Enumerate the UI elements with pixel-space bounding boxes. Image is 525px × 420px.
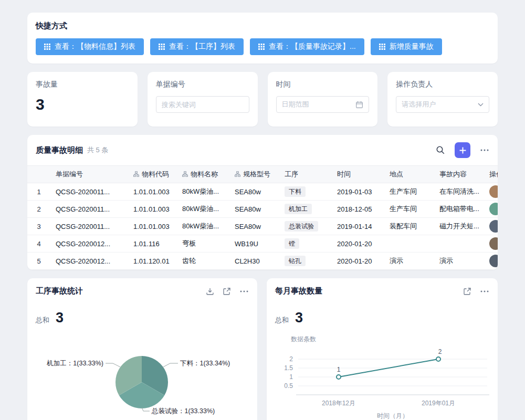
cell-material-code: 1.01.01.003 <box>128 201 177 218</box>
pie-chart-title: 工序事故统计 <box>36 286 197 296</box>
sum-label: 总和 <box>36 316 49 325</box>
relation-icon <box>235 171 240 178</box>
cell-material-code: 1.01.120.01 <box>128 253 177 270</box>
pie-sum: 总和 3 <box>36 310 64 326</box>
add-record-button[interactable] <box>455 142 470 158</box>
avatar <box>489 220 498 233</box>
sum-value: 3 <box>295 310 303 326</box>
cell-material-code: 1.01.116 <box>128 235 177 253</box>
cell-material-name: 80kW柴油... <box>177 218 229 235</box>
table-row[interactable]: 5 QCSG-2020012... 1.01.120.01 齿轮 CL2H30 … <box>27 253 498 270</box>
process-tag: 钻孔 <box>285 256 306 266</box>
relation-icon <box>182 171 188 178</box>
cell-place <box>384 235 434 253</box>
avatar <box>489 203 498 215</box>
operator-label: 操作负责人 <box>396 80 489 89</box>
process-tag: 机加工 <box>285 204 312 214</box>
shortcuts-title: 快捷方式 <box>36 21 489 31</box>
expand-icon[interactable] <box>463 287 471 296</box>
cell-time: 2018-12-05 <box>332 201 384 218</box>
col-spec-model: 规格型号 <box>229 166 279 183</box>
table-row[interactable]: 1 QCSG-2020011... 1.01.01.003 80kW柴油... … <box>27 183 498 201</box>
col-operator: 操作负责人 <box>484 166 498 183</box>
more-icon[interactable] <box>239 287 249 296</box>
stat-label: 事故量 <box>36 80 129 89</box>
process-tag: 下料 <box>285 186 306 197</box>
chart-header: 每月事故数量 <box>267 278 498 296</box>
avatar <box>489 255 498 267</box>
cell-time: 2019-01-03 <box>332 183 384 201</box>
search-icon[interactable] <box>436 145 445 155</box>
view-process-list-button[interactable]: 查看：【工序】列表 <box>150 38 244 55</box>
data-point <box>436 357 440 361</box>
cell-process: 机加工 <box>279 201 332 218</box>
more-icon[interactable] <box>480 287 489 296</box>
col-content: 事故内容 <box>434 166 484 183</box>
cell-spec-model: WB19U <box>229 235 279 253</box>
col-material-code: 物料代码 <box>128 166 177 183</box>
line-chart: 数据条数 2 1.5 1 0.5 1 2 2018年12月 2019年01月 时… <box>267 329 498 420</box>
cell-operator <box>484 253 498 270</box>
cell-process: 钻孔 <box>279 253 332 270</box>
cell-process: 下料 <box>279 183 332 201</box>
filter-row: 事故量 3 单据编号 时间 日期范围 操作负责人 请选择用户 <box>27 72 498 127</box>
cell-spec-model: SEA80w <box>229 201 279 218</box>
table-row[interactable]: 3 QCSG-2020011... 1.01.01.003 80kW柴油... … <box>27 218 498 235</box>
button-label: 查看：【质量事故记录】... <box>269 42 356 51</box>
row-index: 1 <box>27 183 50 201</box>
table-row[interactable]: 2 QCSG-2020011... 1.01.01.003 80kW柴油... … <box>27 201 498 218</box>
cell-spec-model: SEA80w <box>229 218 279 235</box>
sum-value: 3 <box>56 310 64 326</box>
process-tag: 总装试验 <box>285 221 318 232</box>
download-icon[interactable] <box>206 287 214 296</box>
line-sum: 总和 3 <box>275 310 303 326</box>
cell-spec-model: CL2H30 <box>229 253 279 270</box>
x-axis-title: 时间（月） <box>377 412 408 419</box>
cell-content <box>434 235 484 253</box>
cell-time: 2019-01-14 <box>332 218 384 235</box>
chevron-down-icon <box>478 103 484 107</box>
point-label: 2 <box>438 348 442 355</box>
operator-filter-card: 操作负责人 请选择用户 <box>387 72 498 127</box>
col-process: 工序 <box>279 166 332 183</box>
row-index: 5 <box>27 253 50 270</box>
cell-process: 镗 <box>279 235 332 253</box>
grid-icon <box>258 44 265 50</box>
view-quality-accident-records-button[interactable]: 查看：【质量事故记录】... <box>250 38 364 55</box>
cell-time: 2020-01-20 <box>332 235 384 253</box>
date-range-input[interactable]: 日期范围 <box>276 96 370 113</box>
cell-doc-no: QCSG-2020011... <box>50 201 128 218</box>
operator-placeholder: 请选择用户 <box>402 100 436 109</box>
expand-icon[interactable] <box>223 287 231 296</box>
button-label: 新增质量事故 <box>390 42 434 51</box>
table-title: 质量事故明细 <box>36 145 83 155</box>
table-viewport: 单据编号 物料代码 物料名称 规格型号 工序 时间 地点 事故内容 操作负责人 … <box>27 165 498 270</box>
grid-icon <box>379 44 385 50</box>
add-quality-accident-button[interactable]: 新增质量事故 <box>371 38 442 55</box>
data-point <box>337 375 341 379</box>
pie-label-xialiao: 下料：1(33.34%) <box>180 359 230 368</box>
shortcut-buttons: 查看：【物料信息】列表 查看：【工序】列表 查看：【质量事故记录】... 新增质… <box>36 38 489 55</box>
cell-material-code: 1.01.01.003 <box>128 183 177 201</box>
col-material-name: 物料名称 <box>177 166 229 183</box>
cell-doc-no: QCSG-2020011... <box>50 183 128 201</box>
avatar <box>489 185 498 198</box>
view-material-info-list-button[interactable]: 查看：【物料信息】列表 <box>36 38 144 55</box>
table-row[interactable]: 4 QCSG-2020012... 1.01.116 弯板 WB19U 镗 20… <box>27 235 498 253</box>
doc-no-search-input[interactable] <box>156 96 249 113</box>
cell-place: 生产车间 <box>384 183 434 201</box>
more-icon[interactable] <box>480 145 489 155</box>
cell-content: 演示 <box>434 253 484 270</box>
grid-icon <box>44 44 50 50</box>
time-filter-card: 时间 日期范围 <box>268 72 378 127</box>
cell-process: 总装试验 <box>279 218 332 235</box>
cell-content: 配电箱带电... <box>434 201 484 218</box>
quality-accident-table: 单据编号 物料代码 物料名称 规格型号 工序 时间 地点 事故内容 操作负责人 … <box>27 165 498 270</box>
operator-select[interactable]: 请选择用户 <box>396 96 489 113</box>
shortcuts-card: 快捷方式 查看：【物料信息】列表 查看：【工序】列表 查看：【质量事故记录】..… <box>27 13 498 64</box>
charts-row: 工序事故统计 总和 3 <box>27 278 498 420</box>
line-chart-title: 每月事故数量 <box>275 286 455 296</box>
cell-material-name: 弯板 <box>177 235 229 253</box>
pie-label-jijiagong: 机加工：1(33.33%) <box>47 359 103 368</box>
y-tick: 1 <box>289 373 293 381</box>
